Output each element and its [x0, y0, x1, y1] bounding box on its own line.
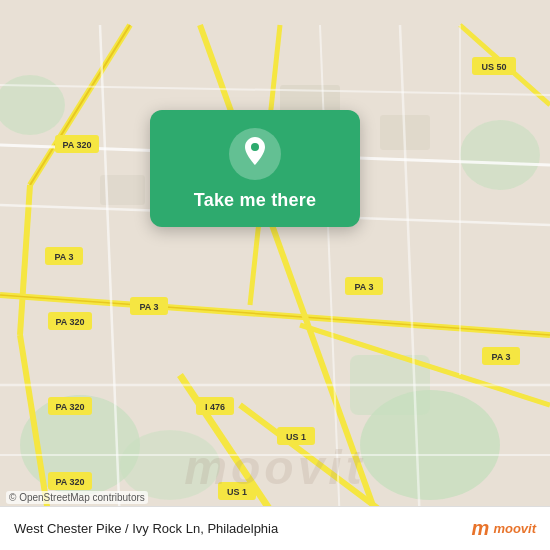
svg-text:US 50: US 50 [481, 62, 506, 72]
location-pin-icon [240, 137, 270, 171]
svg-text:PA 320: PA 320 [55, 317, 84, 327]
location-label: West Chester Pike / Ivy Rock Ln, Philade… [14, 521, 278, 536]
map-container: PA 320 PA 3 PA 3 PA 3 PA 3 PA 320 PA 320… [0, 0, 550, 550]
moovit-m-letter: m [472, 517, 490, 540]
popup-card: Take me there [150, 110, 360, 227]
svg-text:PA 320: PA 320 [55, 477, 84, 487]
svg-text:PA 3: PA 3 [354, 282, 373, 292]
svg-text:PA 3: PA 3 [491, 352, 510, 362]
bottom-bar: West Chester Pike / Ivy Rock Ln, Philade… [0, 506, 550, 550]
svg-text:I 476: I 476 [205, 402, 225, 412]
take-me-there-button[interactable]: Take me there [194, 190, 316, 211]
moovit-logo: m moovit [472, 517, 536, 540]
svg-text:PA 3: PA 3 [139, 302, 158, 312]
svg-point-3 [0, 75, 65, 135]
svg-text:PA 3: PA 3 [54, 252, 73, 262]
svg-text:PA 320: PA 320 [62, 140, 91, 150]
map-watermark: moovit [184, 440, 365, 495]
svg-point-54 [251, 143, 259, 151]
location-icon-wrapper [229, 128, 281, 180]
svg-line-11 [20, 185, 30, 335]
attribution-text: © OpenStreetMap contributors [6, 491, 148, 504]
moovit-wordmark: moovit [493, 521, 536, 536]
svg-text:PA 320: PA 320 [55, 402, 84, 412]
svg-point-2 [460, 120, 540, 190]
